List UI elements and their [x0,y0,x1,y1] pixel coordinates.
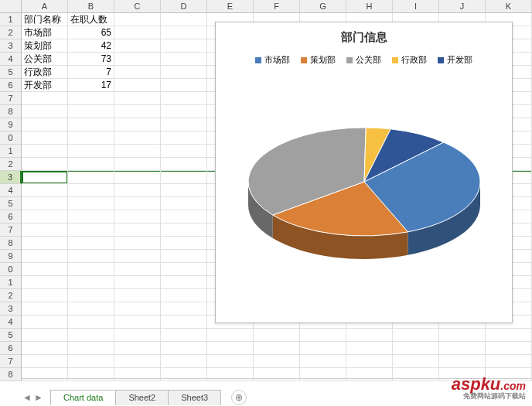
cell[interactable] [68,145,114,158]
cell[interactable] [22,289,68,302]
cell[interactable] [68,250,114,263]
row-header-16[interactable]: 6 [0,210,22,223]
cell[interactable] [114,13,161,26]
cell[interactable] [161,223,207,237]
cell[interactable] [114,289,161,302]
cell[interactable] [22,263,68,276]
cell[interactable] [22,105,68,118]
cell[interactable] [486,342,532,355]
cell[interactable] [68,368,114,381]
cell[interactable] [161,105,207,118]
table-cell-count[interactable]: 7 [68,66,114,79]
cell[interactable] [439,355,486,368]
row-header-11[interactable]: 1 [0,145,22,158]
row-header-27[interactable]: 7 [0,355,22,368]
cell[interactable] [68,316,114,329]
cell[interactable] [393,368,439,381]
cell[interactable] [68,263,114,276]
row-header-20[interactable]: 0 [0,263,22,276]
cell[interactable] [22,145,68,158]
sheet-tab[interactable]: Sheet3 [168,390,221,405]
cell[interactable] [393,342,439,355]
cell[interactable] [161,237,207,250]
cell[interactable] [22,355,68,368]
cell[interactable] [68,105,114,118]
cell[interactable] [161,53,207,66]
row-header-3[interactable]: 3 [0,39,22,53]
col-header-J[interactable]: J [439,0,486,13]
cell[interactable] [161,197,207,210]
cell[interactable] [68,210,114,223]
cell[interactable] [68,158,114,171]
cell[interactable] [68,197,114,210]
cell[interactable] [114,329,161,342]
cell[interactable] [393,329,439,342]
cell[interactable] [22,184,68,197]
cell[interactable] [22,276,68,289]
cell[interactable] [114,105,161,118]
cell[interactable] [22,197,68,210]
cell[interactable] [346,342,393,355]
cell[interactable] [22,92,68,105]
col-header-B[interactable]: B [68,0,114,13]
table-cell-name[interactable]: 公关部 [22,53,68,66]
cell[interactable] [161,79,207,92]
cell[interactable] [161,342,207,355]
cell[interactable] [114,26,161,39]
row-header-21[interactable]: 1 [0,276,22,289]
cell[interactable] [22,210,68,223]
cell[interactable] [114,53,161,66]
add-sheet-button[interactable]: ⊕ [231,390,247,405]
sheet-tab[interactable]: Sheet2 [115,390,169,405]
cell[interactable] [161,263,207,276]
cell[interactable] [161,171,207,184]
cell[interactable] [300,342,346,355]
cell[interactable] [114,302,161,316]
cell[interactable] [254,342,300,355]
table-cell-count[interactable]: 73 [68,53,114,66]
cell[interactable] [161,184,207,197]
cell[interactable] [114,197,161,210]
col-header-D[interactable]: D [161,0,207,13]
chart-container[interactable]: 部门信息 市场部策划部公关部行政部开发部 [215,22,513,323]
cell[interactable] [68,184,114,197]
cell[interactable] [68,289,114,302]
cell[interactable] [114,223,161,237]
cell[interactable] [161,92,207,105]
row-header-18[interactable]: 8 [0,237,22,250]
cell[interactable] [68,355,114,368]
cell[interactable] [22,158,68,171]
row-header-1[interactable]: 1 [0,13,22,26]
cell[interactable] [161,118,207,131]
cell[interactable] [254,368,300,381]
cell[interactable] [114,171,161,184]
cell[interactable] [22,368,68,381]
cell[interactable] [161,368,207,381]
cell[interactable] [22,131,68,145]
table-cell-name[interactable]: 开发部 [22,79,68,92]
cell[interactable] [300,329,346,342]
row-header-10[interactable]: 0 [0,131,22,145]
row-header-6[interactable]: 6 [0,79,22,92]
cell[interactable] [68,223,114,237]
cell[interactable] [486,329,532,342]
col-header-C[interactable]: C [114,0,161,13]
table-cell-name[interactable]: 策划部 [22,39,68,53]
row-header-13[interactable]: 3 [0,171,22,184]
cell[interactable] [114,39,161,53]
cell[interactable] [161,210,207,223]
cell[interactable] [114,368,161,381]
cell[interactable] [161,355,207,368]
table-cell-count[interactable]: 65 [68,26,114,39]
col-header-K[interactable]: K [486,0,532,13]
cell[interactable] [22,237,68,250]
cell[interactable] [114,66,161,79]
row-header-5[interactable]: 5 [0,66,22,79]
cell[interactable] [114,263,161,276]
cell[interactable] [114,158,161,171]
cell[interactable] [161,13,207,26]
cell[interactable] [161,66,207,79]
col-header-H[interactable]: H [346,0,393,13]
table-cell-count[interactable]: 17 [68,79,114,92]
cell[interactable] [114,79,161,92]
